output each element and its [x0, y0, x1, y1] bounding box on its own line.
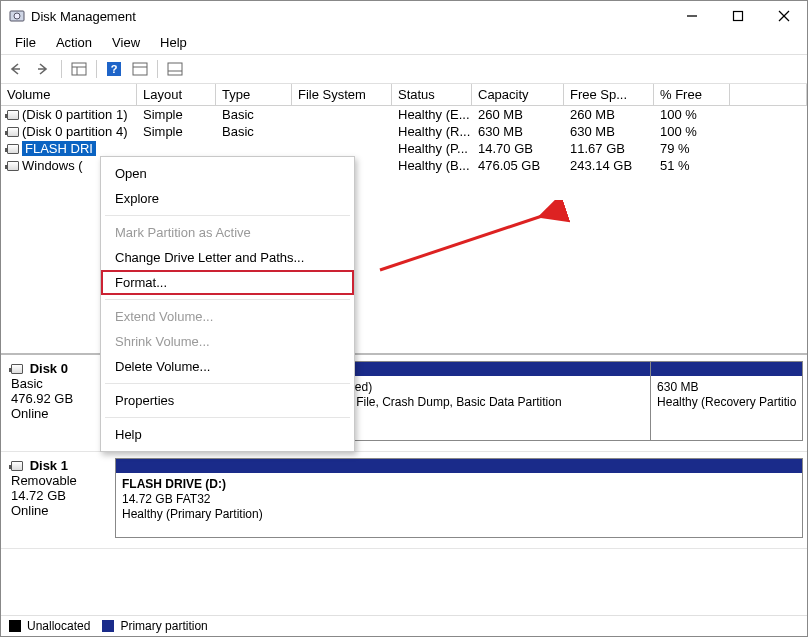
disk-graph: FLASH DRIVE (D:)14.72 GB FAT32Healthy (P… [115, 458, 803, 538]
maximize-button[interactable] [715, 2, 761, 30]
legend-primary: Primary partition [120, 619, 207, 633]
cell-free: 630 MB [564, 123, 654, 140]
ctx-change-drive-letter[interactable]: Change Drive Letter and Paths... [101, 245, 354, 270]
cell-status: Healthy (R... [392, 123, 472, 140]
ctx-open[interactable]: Open [101, 161, 354, 186]
ctx-format[interactable]: Format... [101, 270, 354, 295]
volume-row[interactable]: FLASH DRIHealthy (P...14.70 GB11.67 GB79… [1, 140, 807, 157]
ctx-explore[interactable]: Explore [101, 186, 354, 211]
cell-pct: 100 % [654, 123, 730, 140]
toolbar: ? [1, 54, 807, 84]
cell-layout: Simple [137, 123, 216, 140]
disk-type: Removable [11, 473, 77, 488]
show-hide-button[interactable] [68, 59, 90, 79]
partition[interactable]: FLASH DRIVE (D:)14.72 GB FAT32Healthy (P… [116, 459, 802, 537]
view-top-button[interactable] [129, 59, 151, 79]
volume-name: (Disk 0 partition 1) [22, 107, 127, 122]
column-header-free[interactable]: Free Sp... [564, 84, 654, 106]
ctx-properties[interactable]: Properties [101, 388, 354, 413]
drive-icon [7, 110, 19, 120]
volume-row[interactable]: (Disk 0 partition 1)SimpleBasicHealthy (… [1, 106, 807, 123]
minimize-button[interactable] [669, 2, 715, 30]
window-title: Disk Management [31, 9, 669, 24]
app-icon [9, 8, 25, 24]
column-header-pct[interactable]: % Free [654, 84, 730, 106]
disk-name: Disk 0 [30, 361, 68, 376]
column-header-type[interactable]: Type [216, 84, 292, 106]
forward-button[interactable] [33, 59, 55, 79]
cell-fs [292, 140, 392, 157]
ctx-help[interactable]: Help [101, 422, 354, 447]
column-header-status[interactable]: Status [392, 84, 472, 106]
partition-line: FLASH DRIVE (D:) [122, 477, 796, 492]
svg-rect-6 [72, 63, 86, 75]
help-button[interactable]: ? [103, 59, 125, 79]
close-button[interactable] [761, 2, 807, 30]
cell-free: 11.67 GB [564, 140, 654, 157]
partition-stripe [651, 362, 802, 376]
cell-capacity: 260 MB [472, 106, 564, 123]
svg-point-1 [14, 13, 20, 19]
column-header-spacer [730, 84, 807, 106]
disk-size: 476.92 GB [11, 391, 73, 406]
ctx-delete-volume[interactable]: Delete Volume... [101, 354, 354, 379]
disk-icon [11, 461, 23, 471]
back-button[interactable] [7, 59, 29, 79]
volume-name: (Disk 0 partition 4) [22, 124, 127, 139]
svg-rect-11 [133, 63, 147, 75]
legend-swatch-unallocated [9, 620, 21, 632]
legend-unallocated: Unallocated [27, 619, 90, 633]
cell-capacity: 630 MB [472, 123, 564, 140]
legend-swatch-primary [102, 620, 114, 632]
view-bottom-button[interactable] [164, 59, 186, 79]
drive-icon [7, 127, 19, 137]
volume-name: FLASH DRI [22, 141, 96, 156]
disk-type: Basic [11, 376, 43, 391]
column-header-volume[interactable]: Volume [1, 84, 137, 106]
partition-line: 630 MB [657, 380, 796, 395]
menu-view[interactable]: View [104, 33, 148, 52]
cell-layout [137, 140, 216, 157]
cell-capacity: 476.05 GB [472, 157, 564, 174]
disk-icon [11, 364, 23, 374]
cell-free: 243.14 GB [564, 157, 654, 174]
partition-stripe [116, 459, 802, 473]
cell-type: Basic [216, 106, 292, 123]
cell-pct: 51 % [654, 157, 730, 174]
cell-fs [292, 123, 392, 140]
disk-size: 14.72 GB [11, 488, 66, 503]
disk-info: Disk 1Removable14.72 GBOnline [5, 458, 115, 538]
title-bar: Disk Management [1, 1, 807, 31]
cell-capacity: 14.70 GB [472, 140, 564, 157]
column-header-layout[interactable]: Layout [137, 84, 216, 106]
svg-rect-3 [734, 12, 743, 21]
cell-status: Healthy (B... [392, 157, 472, 174]
ctx-shrink-volume: Shrink Volume... [101, 329, 354, 354]
menu-help[interactable]: Help [152, 33, 195, 52]
disk-status: Online [11, 406, 49, 421]
column-header-capacity[interactable]: Capacity [472, 84, 564, 106]
drive-icon [7, 144, 19, 154]
ctx-extend-volume: Extend Volume... [101, 304, 354, 329]
disk-info: Disk 0Basic476.92 GBOnline [5, 361, 115, 441]
cell-type [216, 140, 292, 157]
cell-volume: FLASH DRI [1, 140, 137, 157]
cell-free: 260 MB [564, 106, 654, 123]
partition[interactable]: 630 MBHealthy (Recovery Partition [651, 362, 802, 440]
ctx-mark-active: Mark Partition as Active [101, 220, 354, 245]
cell-volume: (Disk 0 partition 1) [1, 106, 137, 123]
cell-pct: 100 % [654, 106, 730, 123]
disk-block: Disk 1Removable14.72 GBOnlineFLASH DRIVE… [1, 452, 807, 549]
svg-text:?: ? [111, 63, 118, 75]
partition-line: Healthy (Recovery Partition [657, 395, 796, 410]
menu-bar: File Action View Help [1, 31, 807, 54]
volume-name: Windows ( [22, 158, 83, 173]
volume-row[interactable]: (Disk 0 partition 4)SimpleBasicHealthy (… [1, 123, 807, 140]
cell-status: Healthy (P... [392, 140, 472, 157]
menu-action[interactable]: Action [48, 33, 100, 52]
menu-file[interactable]: File [7, 33, 44, 52]
cell-type: Basic [216, 123, 292, 140]
column-header-fs[interactable]: File System [292, 84, 392, 106]
disk-name: Disk 1 [30, 458, 68, 473]
cell-fs [292, 106, 392, 123]
